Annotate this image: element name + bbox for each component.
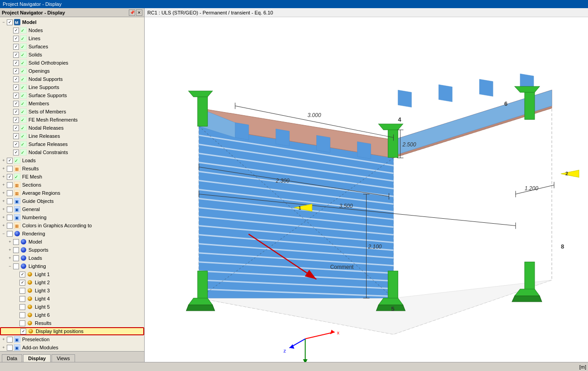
tree-item-numbering[interactable]: +▣Numbering	[0, 213, 144, 221]
expand-btn-light6[interactable]	[14, 312, 19, 318]
checkbox-solid-ortho[interactable]: ✓	[13, 60, 19, 66]
tree-item-rendering[interactable]: −Rendering	[0, 230, 144, 238]
tree-item-average-regions[interactable]: +▦Average Regions	[0, 189, 144, 197]
checkbox-rendering[interactable]	[7, 231, 13, 237]
tree-item-solid-ortho[interactable]: ✓✓Solid Orthotropies	[0, 59, 144, 67]
checkbox-general[interactable]	[7, 207, 13, 212]
tree-item-surfaces[interactable]: ✓✓Surfaces	[0, 42, 144, 51]
expand-btn-render-results[interactable]	[14, 320, 19, 326]
tree-item-light6[interactable]: Light 6	[0, 311, 144, 319]
tree-item-render-loads[interactable]: +Loads	[0, 254, 144, 262]
expand-btn-light4[interactable]	[14, 296, 19, 301]
expand-btn-render-model[interactable]: +	[7, 239, 13, 244]
checkbox-results[interactable]	[7, 166, 13, 172]
checkbox-light2[interactable]: ✓	[19, 280, 25, 286]
checkbox-addon-modules[interactable]	[7, 345, 13, 351]
tree-item-nodes[interactable]: ✓✓Nodes	[0, 26, 144, 34]
checkbox-sections[interactable]	[7, 182, 13, 188]
checkbox-display-light-pos[interactable]: ✓	[20, 329, 26, 334]
tree-item-lighting[interactable]: −Lighting	[0, 262, 144, 270]
tree-item-results[interactable]: +▦Results	[0, 164, 144, 173]
checkbox-render-loads[interactable]	[13, 255, 19, 261]
tree-item-line-releases[interactable]: ✓✓Line Releases	[0, 132, 144, 140]
expand-btn-addon-modules[interactable]: +	[1, 345, 6, 350]
expand-btn-preselection[interactable]: +	[1, 337, 6, 342]
expand-btn-lighting[interactable]: −	[7, 263, 13, 269]
expand-btn-general[interactable]: +	[1, 207, 6, 212]
tree-item-surface-supports[interactable]: ✓✓Surface Supports	[0, 91, 144, 99]
expand-btn-surfaces[interactable]	[7, 44, 13, 49]
checkbox-solids[interactable]: ✓	[13, 52, 19, 58]
checkbox-light3[interactable]	[19, 288, 25, 294]
expand-btn-fe-mesh-ref[interactable]	[7, 117, 13, 122]
checkbox-numbering[interactable]	[7, 215, 13, 221]
checkbox-lighting[interactable]	[13, 263, 19, 269]
checkbox-preselection[interactable]	[7, 337, 13, 343]
checkbox-fe-mesh-ref[interactable]: ✓	[13, 117, 19, 123]
tree-item-light4[interactable]: Light 4	[0, 295, 144, 303]
checkbox-nodal-releases[interactable]: ✓	[13, 125, 19, 131]
expand-btn-solids[interactable]	[7, 52, 13, 57]
tree-item-light5[interactable]: Light 5	[0, 303, 144, 311]
expand-btn-light1[interactable]	[14, 272, 19, 277]
expand-btn-light3[interactable]	[14, 288, 19, 293]
checkbox-colors-graphics[interactable]	[7, 223, 13, 229]
expand-btn-numbering[interactable]: +	[1, 215, 6, 220]
expand-btn-average-regions[interactable]: +	[1, 190, 6, 196]
tab-data[interactable]: Data	[2, 354, 22, 362]
checkbox-render-model[interactable]	[13, 239, 19, 245]
tree-item-light1[interactable]: ✓Light 1	[0, 270, 144, 278]
expand-btn-solid-ortho[interactable]	[7, 60, 13, 66]
tree-item-model[interactable]: −✓MModel	[0, 18, 144, 26]
tree-item-render-supports[interactable]: +Supports	[0, 246, 144, 254]
tree-item-guide-objects[interactable]: +▣Guide Objects	[0, 197, 144, 205]
expand-btn-nodal-constraints[interactable]	[7, 150, 13, 155]
tree-item-general[interactable]: +▣General	[0, 205, 144, 213]
expand-btn-display-light-pos[interactable]	[14, 329, 20, 334]
checkbox-line-supports[interactable]: ✓	[13, 85, 19, 90]
tree-item-light2[interactable]: ✓Light 2	[0, 278, 144, 286]
tree-item-openings[interactable]: ✓✓Openings	[0, 67, 144, 75]
checkbox-model[interactable]: ✓	[7, 19, 13, 25]
tree-item-surface-releases[interactable]: ✓✓Surface Releases	[0, 140, 144, 148]
tree-item-render-results[interactable]: Results	[0, 319, 144, 327]
expand-btn-surface-releases[interactable]	[7, 141, 13, 147]
checkbox-guide-objects[interactable]	[7, 198, 13, 204]
expand-btn-openings[interactable]	[7, 68, 13, 74]
expand-btn-render-supports[interactable]: +	[7, 247, 13, 253]
checkbox-surface-supports[interactable]: ✓	[13, 93, 19, 99]
expand-btn-guide-objects[interactable]: +	[1, 198, 6, 204]
checkbox-light1[interactable]: ✓	[19, 272, 25, 277]
checkbox-members[interactable]: ✓	[13, 101, 19, 107]
checkbox-average-regions[interactable]	[7, 190, 13, 196]
tree-item-preselection[interactable]: +▣Preselection	[0, 335, 144, 343]
tree-item-display-light-pos[interactable]: ✓Display light positions	[0, 327, 144, 335]
expand-btn-light2[interactable]	[14, 280, 19, 285]
expand-btn-sections[interactable]: +	[1, 182, 6, 188]
expand-btn-nodal-supports[interactable]	[7, 76, 13, 82]
expand-btn-surface-supports[interactable]	[7, 93, 13, 98]
expand-btn-rendering[interactable]: −	[1, 231, 6, 236]
tree-item-addon-modules[interactable]: +▣Add-on Modules	[0, 343, 144, 351]
tree-item-fe-mesh[interactable]: +✓✓FE Mesh	[0, 173, 144, 181]
tree-item-fe-mesh-ref[interactable]: ✓✓FE Mesh Refinements	[0, 116, 144, 124]
tab-display[interactable]: Display	[23, 354, 51, 362]
expand-btn-lines[interactable]	[7, 36, 13, 41]
tree-item-nodal-releases[interactable]: ✓✓Nodal Releases	[0, 124, 144, 132]
expand-btn-light5[interactable]	[14, 304, 19, 310]
expand-btn-results[interactable]: +	[1, 166, 6, 171]
checkbox-nodal-constraints[interactable]: ✓	[13, 150, 19, 155]
tree-item-sections[interactable]: +▦Sections	[0, 181, 144, 189]
expand-btn-colors-graphics[interactable]: +	[1, 223, 6, 228]
close-button[interactable]: ✕	[136, 9, 142, 16]
tree-item-nodal-constraints[interactable]: ✓✓Nodal Constraints	[0, 148, 144, 156]
tree-item-lines[interactable]: ✓✓Lines	[0, 34, 144, 42]
expand-btn-nodal-releases[interactable]	[7, 125, 13, 131]
checkbox-loads[interactable]: ✓	[7, 158, 13, 164]
checkbox-light5[interactable]	[19, 304, 25, 310]
checkbox-render-results[interactable]	[19, 320, 25, 326]
checkbox-light4[interactable]	[19, 296, 25, 302]
tree-item-loads[interactable]: +✓✓Loads	[0, 156, 144, 164]
tree-item-members[interactable]: ✓✓Members	[0, 99, 144, 108]
checkbox-render-supports[interactable]	[13, 247, 19, 253]
